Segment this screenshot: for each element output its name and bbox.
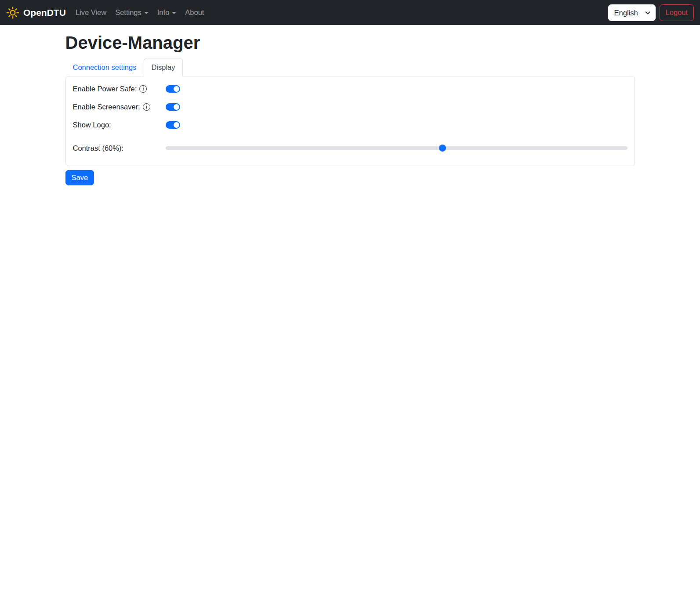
page-title: Device-Manager: [65, 32, 635, 53]
form-row-power-safe: Enable Power Safe: i: [73, 83, 627, 94]
main-content: Device-Manager Connection settings Displ…: [60, 32, 640, 185]
slider-thumb[interactable]: [439, 145, 446, 152]
screensaver-toggle[interactable]: [166, 103, 180, 111]
form-row-show-logo: Show Logo:: [73, 119, 627, 130]
tab-connection-settings[interactable]: Connection settings: [65, 58, 144, 76]
brand-label: OpenDTU: [23, 7, 66, 18]
field-label-text: Enable Power Safe:: [73, 85, 137, 93]
show-logo-toggle[interactable]: [166, 121, 180, 129]
field-label: Show Logo:: [73, 121, 166, 129]
save-button[interactable]: Save: [65, 170, 94, 185]
nav-item-info[interactable]: Info: [153, 5, 181, 20]
navbar-right: English Logout: [608, 4, 694, 21]
caret-down-icon: [144, 12, 149, 14]
sun-icon: [6, 6, 19, 19]
form-row-contrast: Contrast (60%):: [73, 137, 627, 159]
caret-down-icon: [172, 12, 176, 14]
toggle-knob: [174, 104, 179, 110]
nav-menu: Live View Settings Info About: [71, 5, 209, 20]
toggle-knob: [174, 86, 179, 92]
nav-item-live-view[interactable]: Live View: [71, 5, 111, 20]
tab-display[interactable]: Display: [144, 58, 182, 76]
contrast-slider[interactable]: [166, 145, 627, 152]
info-icon[interactable]: i: [139, 85, 147, 93]
nav-item-label: Live View: [76, 8, 106, 17]
tab-bar: Connection settings Display: [65, 58, 635, 76]
form-row-screensaver: Enable Screensaver: i: [73, 101, 627, 112]
field-label-text: Enable Screensaver:: [73, 103, 140, 111]
nav-item-label: Settings: [115, 8, 141, 17]
field-label: Contrast (60%):: [73, 144, 166, 152]
power-safe-toggle[interactable]: [166, 85, 180, 93]
info-icon[interactable]: i: [143, 103, 150, 111]
nav-item-settings[interactable]: Settings: [111, 5, 153, 20]
field-label-text: Contrast (60%):: [73, 144, 124, 152]
field-label-text: Show Logo:: [73, 121, 111, 129]
nav-item-label: Info: [157, 8, 170, 17]
field-label: Enable Screensaver: i: [73, 103, 166, 111]
top-navbar: OpenDTU Live View Settings Info About En…: [0, 0, 700, 25]
slider-track[interactable]: [166, 146, 627, 150]
language-select[interactable]: English: [608, 4, 656, 21]
brand-link[interactable]: OpenDTU: [6, 6, 66, 19]
toggle-knob: [174, 122, 179, 128]
logout-button[interactable]: Logout: [660, 4, 694, 21]
field-label: Enable Power Safe: i: [73, 85, 166, 93]
nav-item-label: About: [185, 8, 204, 17]
nav-item-about[interactable]: About: [181, 5, 208, 20]
display-settings-card: Enable Power Safe: i Enable Screensaver:…: [65, 76, 635, 166]
